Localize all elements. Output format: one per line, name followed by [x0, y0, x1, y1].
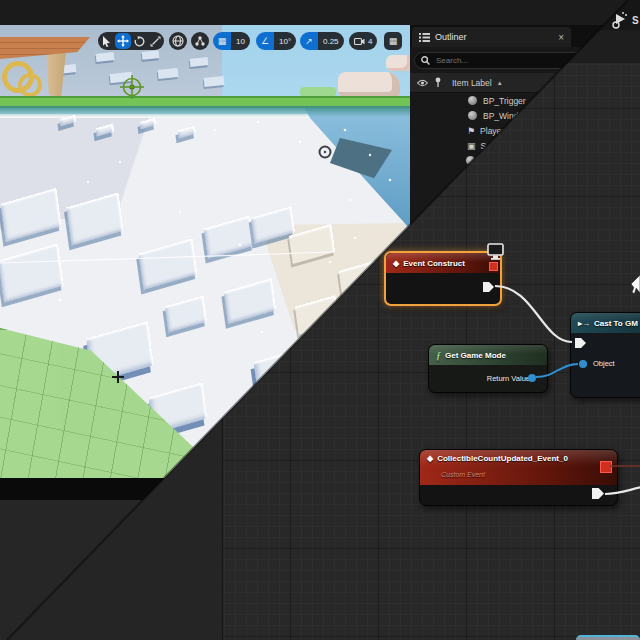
object-pin[interactable] — [579, 360, 587, 368]
world-local-toggle[interactable] — [169, 32, 187, 50]
outliner-list-icon — [419, 33, 430, 42]
viewmode-grid-button[interactable]: ▦ — [384, 32, 402, 50]
move-tool-button[interactable] — [115, 33, 131, 49]
node-custom-event-header: ◈ CollectibleCountUpdated_Event_0 Custom… — [420, 450, 617, 485]
sort-ascending-icon[interactable]: ▲ — [497, 80, 503, 86]
function-icon: ƒ — [436, 350, 441, 361]
close-icon[interactable]: × — [558, 32, 564, 43]
node-get-game-mode-header: ƒ Get Game Mode — [429, 345, 547, 365]
unreal-editor: S ◈ Event Construct ▸→ Cast To GM Object — [0, 0, 640, 640]
static-mesh-cube-icon: ▣ — [467, 141, 476, 151]
exec-in-pin[interactable] — [575, 338, 586, 348]
rotation-snap-control[interactable]: ∠ 10° — [256, 32, 296, 50]
actor-icon — [468, 96, 477, 105]
globe-icon — [172, 35, 184, 47]
object-pin-label: Object — [593, 359, 615, 368]
scale-snap-icon[interactable]: ↗ — [300, 32, 318, 50]
teal-shadow — [0, 106, 410, 117]
gold-swirl — [18, 73, 42, 97]
actor-icon — [468, 111, 477, 120]
pin-icon[interactable] — [434, 77, 442, 88]
node-get-game-mode[interactable]: ƒ Get Game Mode Return Value — [428, 344, 548, 393]
rotate-icon — [134, 36, 145, 47]
node-custom-event-subtitle: Custom Event — [441, 471, 610, 478]
move-icon — [117, 35, 129, 47]
camera-speed-control[interactable]: 4 — [349, 32, 377, 50]
surface-snap-icon — [194, 35, 206, 47]
player-flag-icon: ⚑ — [467, 126, 475, 136]
menu-bar — [0, 0, 640, 25]
exec-out-pin[interactable] — [483, 282, 494, 292]
tab-outliner-label: Outliner — [435, 32, 467, 42]
node-event-construct-title: Event Construct — [403, 259, 465, 268]
select-tool-button[interactable] — [99, 33, 115, 49]
offscreen-node-top[interactable] — [576, 635, 640, 640]
delegate-pin[interactable] — [489, 262, 498, 271]
grid-snap-value[interactable]: 10 — [231, 32, 250, 50]
header-item-label[interactable]: Item Label — [452, 78, 492, 88]
node-cast-to-gm[interactable]: ▸→ Cast To GM Object — [570, 312, 640, 398]
search-icon — [421, 56, 430, 65]
angle-snap-icon[interactable]: ∠ — [256, 32, 274, 50]
scale-tool-button[interactable] — [147, 33, 163, 49]
monitor-icon — [486, 243, 506, 261]
island-rock — [338, 72, 400, 97]
return-value-pin[interactable] — [528, 374, 536, 382]
return-value-label: Return Value — [487, 374, 530, 383]
transform-tool-group — [98, 32, 164, 50]
node-cast-title: Cast To GM — [594, 319, 638, 328]
eye-icon[interactable] — [417, 79, 428, 87]
node-event-construct-header: ◈ Event Construct — [386, 253, 500, 273]
surface-snap-button[interactable] — [191, 32, 209, 50]
node-event-construct[interactable]: ◈ Event Construct — [384, 251, 502, 306]
exec-out-pin[interactable] — [592, 488, 604, 499]
event-diamond-icon: ◈ — [427, 454, 433, 463]
node-custom-event-title: CollectibleCountUpdated_Event_0 — [437, 454, 568, 463]
scale-snap-control[interactable]: ↗ 0.25 — [300, 32, 344, 50]
node-custom-event[interactable]: ◈ CollectibleCountUpdated_Event_0 Custom… — [419, 449, 618, 506]
camera-icon — [354, 37, 365, 46]
simulate-label: S — [632, 15, 639, 26]
select-arrow-icon — [102, 36, 112, 47]
node-get-game-mode-title: Get Game Mode — [445, 351, 506, 360]
grid-snap-icon[interactable]: ▦ — [213, 32, 231, 50]
rotate-tool-button[interactable] — [131, 33, 147, 49]
cast-icon: ▸→ — [578, 319, 590, 328]
rotation-snap-value[interactable]: 10° — [274, 32, 296, 50]
event-diamond-icon: ◈ — [393, 259, 399, 268]
outliner-item-label: BP_Trigger — [483, 96, 526, 106]
tab-outliner[interactable]: Outliner × — [412, 27, 571, 47]
camera-speed-value: 4 — [368, 37, 372, 46]
scale-snap-value[interactable]: 0.25 — [318, 32, 344, 50]
grid-icon: ▦ — [389, 36, 398, 46]
grid-snap-control[interactable]: ▦ 10 — [213, 32, 250, 50]
scale-icon — [150, 36, 161, 47]
delegate-pin[interactable] — [600, 461, 612, 473]
island-rock-small — [386, 55, 410, 71]
node-cast-header: ▸→ Cast To GM — [571, 313, 640, 333]
